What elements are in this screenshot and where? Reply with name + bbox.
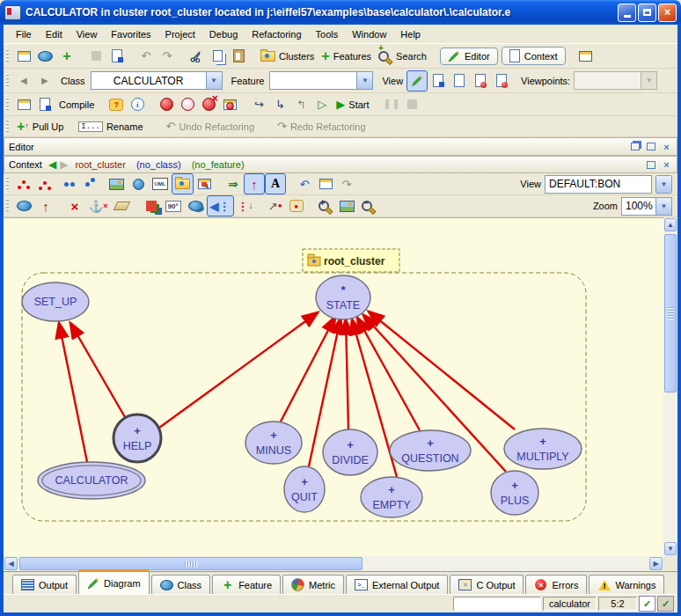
- feature-combobox-arrow-icon[interactable]: ▼: [356, 72, 372, 89]
- toolbar-grip[interactable]: [6, 49, 9, 63]
- run-ignore-breakpoints-icon[interactable]: ▷: [311, 94, 333, 115]
- horizontal-scroll-thumb[interactable]: [19, 557, 362, 570]
- cluster-legend-icon[interactable]: [172, 173, 194, 194]
- info-icon[interactable]: i: [127, 94, 148, 115]
- rename-button[interactable]: I... Rename: [75, 116, 146, 137]
- editor-close-icon[interactable]: ×: [660, 141, 673, 152]
- menu-tools[interactable]: Tools: [309, 26, 346, 42]
- feature-combobox[interactable]: ▼: [269, 71, 373, 90]
- force-layout-icon[interactable]: [185, 195, 207, 216]
- melt-icon[interactable]: [34, 94, 55, 115]
- save-all-icon[interactable]: [106, 46, 128, 67]
- class-node-quit[interactable]: [284, 466, 325, 512]
- rotate-icon[interactable]: 90°: [162, 195, 185, 216]
- redo-refactoring-button[interactable]: ↷Redo Refactoring: [274, 116, 370, 137]
- diagram-undo-icon[interactable]: ↶: [294, 173, 315, 194]
- remove-anchor-icon[interactable]: ⚓×: [85, 195, 112, 216]
- menu-window[interactable]: Window: [345, 26, 393, 42]
- menu-help[interactable]: Help: [393, 26, 428, 42]
- menu-file[interactable]: File: [9, 26, 39, 42]
- sort-classes-icon[interactable]: ⋮↓: [234, 195, 257, 216]
- clients-icon[interactable]: [77, 173, 98, 194]
- menu-refactoring[interactable]: Refactoring: [245, 26, 308, 42]
- context-class-crumb[interactable]: (no_class): [136, 159, 181, 170]
- diagram-history-icon[interactable]: [315, 173, 336, 194]
- todo-tool-icon[interactable]: ●: [286, 195, 307, 216]
- fill-colors-icon[interactable]: [141, 195, 162, 216]
- scroll-left-icon[interactable]: ◀: [4, 557, 18, 570]
- vertical-scrollbar[interactable]: ▲ ▼: [663, 217, 677, 556]
- redo-icon[interactable]: ↷: [157, 46, 178, 67]
- undo-icon[interactable]: ↶: [135, 46, 157, 67]
- fit-to-screen-icon[interactable]: [336, 195, 358, 216]
- toolbar-grip[interactable]: [6, 177, 9, 191]
- labels-toggle-icon[interactable]: A: [265, 173, 286, 194]
- viewpoints-combobox[interactable]: ▼: [574, 71, 657, 90]
- copy-icon[interactable]: [207, 46, 228, 67]
- class-node-help[interactable]: [114, 414, 161, 462]
- project-settings-icon[interactable]: [13, 94, 34, 115]
- zoom-combobox[interactable]: 100% ▼: [621, 197, 672, 216]
- tab-external-output[interactable]: >_ External Output: [346, 575, 448, 594]
- tab-feature[interactable]: + Feature: [212, 575, 281, 594]
- scroll-up-icon[interactable]: ▲: [664, 218, 677, 231]
- toolbar-grip[interactable]: [6, 199, 9, 213]
- menu-project[interactable]: Project: [158, 26, 202, 42]
- clickable-view-icon[interactable]: [449, 70, 470, 92]
- editor-view-icon[interactable]: [406, 70, 428, 92]
- toolbar-grip[interactable]: [6, 98, 9, 112]
- fan-depth-icon[interactable]: ◀⋮: [207, 195, 234, 216]
- new-feature-icon[interactable]: +: [56, 46, 77, 67]
- close-button[interactable]: ×: [658, 4, 677, 22]
- inheritance-link-multiply-to-state[interactable]: [369, 312, 515, 429]
- breakpoints-toggle-icon[interactable]: [177, 94, 198, 115]
- contract-view-icon[interactable]: [470, 70, 491, 92]
- minimize-button[interactable]: [618, 4, 636, 22]
- delete-tool-icon[interactable]: ×: [64, 195, 85, 216]
- start-button[interactable]: ▶ Start: [333, 94, 372, 115]
- stop-icon[interactable]: [402, 94, 423, 115]
- breakpoints-tool-icon[interactable]: [219, 94, 240, 115]
- features-button[interactable]: + Features: [318, 46, 375, 67]
- tab-class[interactable]: Class: [151, 575, 211, 594]
- class-node-state[interactable]: [316, 275, 370, 319]
- paste-icon[interactable]: [228, 46, 249, 67]
- tab-warnings[interactable]: ! Warnings: [589, 575, 664, 594]
- toolbar-grip[interactable]: [6, 74, 9, 88]
- cluster-hierarchy-icon[interactable]: [34, 173, 55, 194]
- send-to-tool-icon[interactable]: [575, 46, 597, 67]
- menu-favorites[interactable]: Favorites: [104, 26, 157, 42]
- export-png-icon[interactable]: [106, 173, 128, 194]
- class-node-divide[interactable]: [323, 429, 377, 475]
- zoom-out-icon[interactable]: −: [358, 195, 379, 216]
- inheritance-links-icon[interactable]: ↑: [244, 173, 265, 194]
- scroll-right-icon[interactable]: ▶: [649, 557, 663, 570]
- export-diagram-icon[interactable]: [128, 173, 149, 194]
- cut-icon[interactable]: [186, 46, 207, 67]
- search-button[interactable]: + Search: [375, 46, 430, 67]
- context-toggle-button[interactable]: Context: [502, 47, 566, 65]
- tab-output[interactable]: Output: [12, 575, 77, 594]
- inheritance-link-help-to-state[interactable]: [159, 312, 318, 428]
- inheritance-link-help-to-set_up[interactable]: [70, 323, 125, 417]
- class-hierarchy-icon[interactable]: [13, 173, 34, 194]
- editor-maximize-icon[interactable]: [644, 141, 657, 152]
- inheritance-link-divide-to-state[interactable]: [346, 319, 348, 429]
- context-forward-icon[interactable]: ▶: [60, 158, 68, 171]
- toolbar-grip[interactable]: [6, 120, 9, 134]
- scroll-down-icon[interactable]: ▼: [664, 542, 677, 555]
- crosslink-icon[interactable]: ⇒: [223, 173, 244, 194]
- maximize-button[interactable]: [638, 4, 656, 22]
- context-close-icon[interactable]: ×: [660, 159, 673, 171]
- discover-icon[interactable]: ?: [106, 94, 127, 115]
- new-inheritance-link-tool-icon[interactable]: ↑: [35, 195, 56, 216]
- debug-run-icon[interactable]: [156, 94, 177, 115]
- class-combobox[interactable]: CALCULATOR ▼: [91, 71, 223, 90]
- zoom-combobox-arrow-icon[interactable]: ▼: [655, 198, 671, 215]
- eraser-icon[interactable]: [112, 195, 133, 216]
- menu-view[interactable]: View: [70, 26, 105, 42]
- diagram-view-combobox[interactable]: DEFAULT:BON: [545, 175, 652, 194]
- tab-c-output[interactable]: ≡ C Output: [450, 575, 524, 594]
- menu-debug[interactable]: Debug: [202, 26, 245, 42]
- vertical-scroll-thumb[interactable]: [664, 234, 677, 392]
